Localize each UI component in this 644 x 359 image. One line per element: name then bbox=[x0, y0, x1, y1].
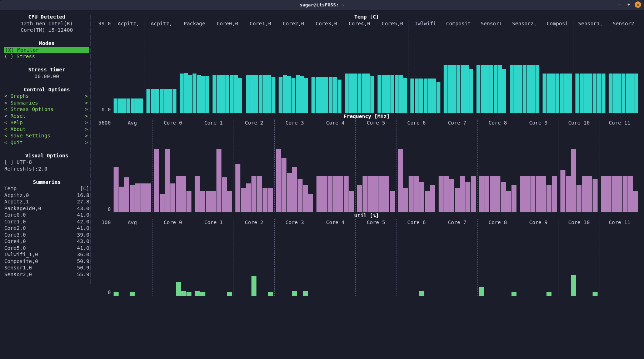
bar bbox=[217, 75, 221, 113]
bars-group bbox=[479, 227, 516, 296]
bar bbox=[254, 75, 258, 113]
column-label: Core2,0 bbox=[277, 20, 310, 27]
bar bbox=[197, 75, 201, 113]
bar bbox=[424, 79, 428, 113]
bar bbox=[564, 74, 568, 113]
bar bbox=[322, 176, 327, 212]
utf8-toggle[interactable]: [ ] UTF-8 bbox=[4, 159, 89, 166]
summary-label: Core3,0 bbox=[4, 232, 26, 238]
bar bbox=[568, 74, 572, 113]
chart-column: Acpitz, bbox=[112, 20, 145, 113]
column-label: Core 4 bbox=[315, 219, 355, 226]
control-item-summaries[interactable]: < Summaries> bbox=[4, 100, 89, 106]
bar bbox=[181, 176, 186, 212]
util-chart: Util [%]1000AvgCore 0Core 1Core 2Core 3C… bbox=[94, 212, 640, 296]
summary-value: 42.0 bbox=[77, 218, 89, 225]
bar bbox=[316, 77, 320, 113]
bar bbox=[329, 77, 333, 113]
bar bbox=[415, 79, 419, 113]
control-item-quit[interactable]: < Quit> bbox=[4, 139, 89, 146]
refresh-setting[interactable]: Refresh[s]:2.0 bbox=[4, 166, 89, 172]
bars-group bbox=[114, 227, 151, 296]
chart-column: Core 6 bbox=[396, 219, 437, 296]
bar bbox=[135, 98, 139, 113]
bar bbox=[634, 74, 638, 113]
bar bbox=[403, 78, 407, 113]
bar bbox=[362, 74, 366, 113]
column-label: Sensor1, bbox=[574, 20, 606, 27]
bar bbox=[165, 149, 170, 213]
bar bbox=[479, 287, 484, 295]
bars-group bbox=[520, 127, 557, 212]
mode-stress[interactable]: ( ) Stress bbox=[4, 53, 89, 60]
graphs-area: Temp [C]99.00.0Acpitz,Acpitz,PackageCore… bbox=[94, 14, 640, 296]
bars-group bbox=[180, 28, 209, 113]
separator-column: ||||||||||||||||||||||||||||||||||||||||… bbox=[89, 14, 94, 296]
chart-column: Core 3 bbox=[274, 120, 315, 212]
bar bbox=[471, 176, 476, 212]
bar bbox=[281, 158, 286, 212]
maximize-icon[interactable]: + bbox=[625, 1, 632, 8]
bar bbox=[345, 74, 349, 113]
bar bbox=[593, 292, 598, 296]
bar bbox=[349, 191, 354, 213]
summary-value: 41.0 bbox=[77, 245, 89, 252]
close-icon[interactable]: ✕ bbox=[635, 1, 641, 8]
bar bbox=[617, 74, 621, 113]
chart-column: Core 2 bbox=[234, 219, 274, 296]
minimize-icon[interactable]: — bbox=[616, 1, 623, 8]
chart-column: Core 4 bbox=[315, 219, 355, 296]
column-label: Sensor2, bbox=[508, 20, 541, 27]
bar bbox=[465, 65, 469, 113]
bars-group bbox=[575, 28, 605, 113]
column-label: Core 2 bbox=[234, 219, 274, 226]
bar bbox=[168, 89, 172, 113]
visual-options-heading: Visual Options bbox=[4, 152, 89, 159]
bar bbox=[530, 176, 535, 212]
chart-column: Sensor2, bbox=[508, 20, 541, 113]
column-label: Core 1 bbox=[193, 219, 234, 226]
mode-monitor[interactable]: (X) Monitor bbox=[4, 47, 89, 54]
bar bbox=[287, 173, 292, 213]
summary-value: 50.9 bbox=[77, 264, 89, 271]
control-item-graphs[interactable]: < Graphs> bbox=[4, 93, 89, 100]
column-label: Acpitz, bbox=[112, 20, 145, 27]
control-item-save-settings[interactable]: < Save Settings> bbox=[4, 132, 89, 139]
column-label: Core 6 bbox=[396, 120, 437, 126]
control-item-stress-options[interactable]: < Stress Options> bbox=[4, 106, 89, 113]
chart-column: Core 3 bbox=[274, 219, 315, 296]
summary-label: Acpitz,1 bbox=[4, 198, 29, 205]
control-item-about[interactable]: < About> bbox=[4, 126, 89, 133]
column-label: Core 11 bbox=[599, 219, 640, 226]
y-axis: 1000 bbox=[94, 219, 112, 296]
bar bbox=[181, 291, 186, 296]
control-item-reset[interactable]: < Reset> bbox=[4, 113, 89, 120]
bar bbox=[593, 179, 598, 213]
bar bbox=[449, 179, 454, 213]
bars-group bbox=[235, 127, 273, 212]
bar bbox=[630, 74, 634, 113]
bar bbox=[200, 191, 205, 213]
bars-group bbox=[510, 28, 539, 113]
bar bbox=[527, 65, 531, 113]
bar bbox=[575, 74, 579, 113]
summary-row: Core0,041.0 bbox=[4, 212, 89, 218]
summary-label: Composite,0 bbox=[4, 258, 38, 265]
bar bbox=[547, 74, 551, 113]
column-label: Iwlwifi bbox=[409, 20, 441, 27]
column-label: Core 8 bbox=[478, 219, 518, 226]
bar bbox=[495, 176, 500, 212]
chart-column: Core 7 bbox=[437, 219, 478, 296]
bar bbox=[276, 149, 281, 213]
control-item-help[interactable]: < Help> bbox=[4, 119, 89, 126]
bar bbox=[180, 74, 184, 113]
cpu-line2: Core(TM) i5-12400 bbox=[4, 27, 89, 34]
chart-column: Sensor1 bbox=[475, 20, 508, 113]
bar bbox=[543, 74, 546, 113]
column-label: Avg bbox=[112, 219, 153, 226]
chart-column: Avg bbox=[112, 120, 153, 212]
bar bbox=[501, 182, 506, 212]
bar bbox=[292, 167, 297, 213]
bar bbox=[390, 191, 395, 213]
bar bbox=[456, 65, 460, 113]
